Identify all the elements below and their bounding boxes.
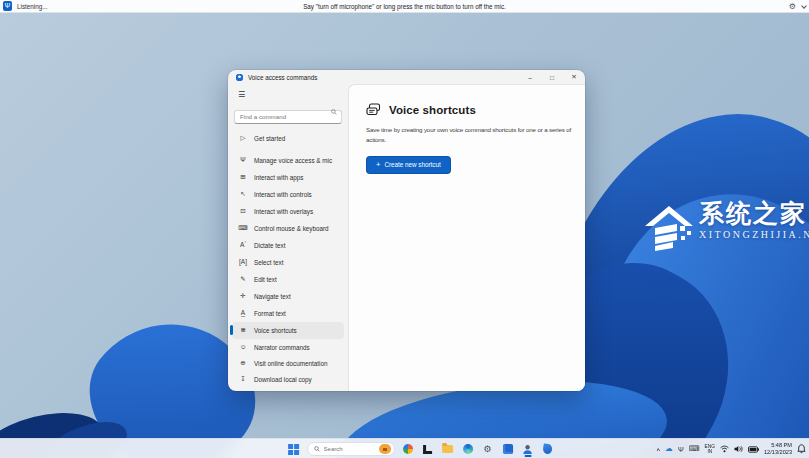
sidebar-item-label: Interact with controls — [254, 191, 312, 198]
clock[interactable]: 5:48 PM 12/13/2023 — [764, 442, 792, 456]
sidebar-item-label: Manage voice access & mic — [254, 157, 332, 164]
globe-icon: ⊕ — [238, 360, 248, 367]
xitongzhijia-logo-icon — [643, 200, 695, 252]
watermark: 系统之家 XITONGZHIJIA.NET — [643, 200, 809, 252]
page-description: Save time by creating your own voice com… — [366, 125, 578, 144]
blue-swoosh-app-icon — [542, 443, 552, 454]
button-label: Create new shortcut — [384, 161, 440, 168]
dark-l-app-icon — [423, 445, 432, 454]
window-titlebar[interactable]: Voice access commands – □ ✕ — [228, 70, 585, 84]
maximize-button[interactable]: □ — [541, 70, 563, 84]
voice-shortcuts-heading-icon — [366, 103, 381, 116]
plus-icon: + — [376, 161, 380, 169]
search-icon — [331, 109, 337, 115]
sidebar-item-interact-with-overlays[interactable]: ⊡ Interact with overlays — [232, 203, 344, 220]
sidebar-item-label: Get started — [254, 135, 285, 142]
voice-tip-text: Say "turn off microphone" or long press … — [0, 3, 809, 10]
tray-mic-icon[interactable]: Ψ — [678, 446, 684, 453]
apps-grid-icon: ⊞ — [238, 174, 248, 181]
sidebar-item-get-started[interactable]: ▷ Get started — [232, 130, 344, 147]
sidebar-item-narrator-commands[interactable]: ☺ Narrator commands — [232, 339, 344, 356]
create-new-shortcut-button[interactable]: + Create new shortcut — [366, 156, 451, 174]
voice-access-app-icon — [236, 74, 243, 81]
taskbar-settings[interactable]: ⚙ — [481, 441, 495, 457]
system-tray: ^ ☁ Ψ ⌨ ENG IN — [656, 439, 806, 458]
edit-pencil-icon: ✎ — [238, 276, 248, 283]
taskbar-blue-app[interactable] — [541, 441, 555, 457]
active-app-indicator — [524, 455, 531, 457]
sidebar-item-edit-text[interactable]: ✎ Edit text — [232, 271, 344, 288]
voice-settings-gear-icon[interactable]: ⚙ — [789, 2, 796, 11]
voice-access-commands-window: Voice access commands – □ ✕ ☰ — [228, 70, 585, 391]
format-text-icon: A̲ — [238, 310, 248, 317]
sidebar-item-manage-voice-access[interactable]: Ψ Manage voice access & mic — [232, 152, 344, 169]
sidebar-item-download-local-copy[interactable]: ↧ Download local copy — [232, 372, 344, 388]
hamburger-menu-icon[interactable]: ☰ — [238, 90, 250, 99]
gear-icon: ⚙ — [484, 445, 492, 454]
wifi-icon[interactable] — [720, 445, 729, 453]
sidebar-footer: ⊕ Visit online documentation ↧ Download … — [228, 356, 348, 388]
sidebar-item-label: Dictate text — [254, 242, 286, 249]
hidden-icons-chevron[interactable]: ^ — [656, 447, 660, 453]
cursor-icon: ↖ — [238, 191, 248, 198]
sidebar-item-format-text[interactable]: A̲ Format text — [232, 305, 344, 322]
search-input[interactable] — [234, 110, 342, 124]
date-text: 12/13/2023 — [764, 449, 792, 456]
taskbar-photos-app[interactable] — [401, 441, 415, 457]
sidebar-item-label: Control mouse & keyboard — [254, 225, 329, 232]
sidebar-item-label: Interact with apps — [254, 174, 303, 181]
sidebar-item-control-mouse-keyboard[interactable]: ⌨ Control mouse & keyboard — [232, 220, 344, 237]
voice-access-bar: Ψ Listening... Say "turn off microphone"… — [0, 0, 809, 13]
narrator-icon: ☺ — [238, 344, 248, 351]
sidebar-item-interact-with-apps[interactable]: ⊞ Interact with apps — [232, 169, 344, 186]
folder-icon — [442, 445, 453, 453]
start-button[interactable] — [287, 441, 301, 457]
overlay-icon: ⊡ — [238, 208, 248, 215]
chevron-down-icon[interactable] — [801, 3, 807, 9]
sidebar-item-label: Edit text — [254, 276, 277, 283]
windows-logo-icon — [288, 444, 299, 455]
minimize-button[interactable]: – — [519, 70, 541, 84]
desktop: 系统之家 XITONGZHIJIA.NET Ψ Listening... Say… — [0, 0, 809, 458]
download-icon: ↧ — [238, 376, 248, 383]
battery-icon[interactable] — [748, 446, 759, 453]
play-icon: ▷ — [238, 135, 248, 142]
keyboard-icon: ⌨ — [238, 225, 248, 232]
sidebar-item-dictate-text[interactable]: Aʼ Dictate text — [232, 237, 344, 254]
sidebar-item-label: Select text — [254, 259, 283, 266]
sidebar-item-visit-online-documentation[interactable]: ⊕ Visit online documentation — [232, 356, 344, 372]
taskbar-edge-browser[interactable] — [461, 441, 475, 457]
sidebar-item-select-text[interactable]: [A] Select text — [232, 254, 344, 271]
onedrive-cloud-icon[interactable]: ☁ — [665, 445, 673, 453]
speaker-icon[interactable] — [734, 445, 743, 453]
language-indicator[interactable]: ENG IN — [705, 444, 715, 455]
language-line2: IN — [707, 449, 712, 454]
edge-icon — [463, 444, 473, 454]
command-search[interactable] — [234, 105, 342, 124]
taskbar-search-box[interactable] — [307, 442, 395, 456]
voice-access-person-icon — [522, 444, 533, 455]
sidebar-item-label: Interact with overlays — [254, 208, 313, 215]
sidebar-item-label: Visit online documentation — [254, 360, 327, 367]
sidebar-item-navigate-text[interactable]: ✛ Navigate text — [232, 288, 344, 305]
mic-icon: Ψ — [238, 157, 248, 164]
sidebar-item-interact-with-controls[interactable]: ↖ Interact with controls — [232, 186, 344, 203]
touch-keyboard-icon[interactable]: ⌨ — [689, 445, 700, 453]
commands-sidebar: ☰ ▷ Get started Ψ Manage voice — [228, 84, 348, 391]
command-nav-list: ▷ Get started Ψ Manage voice access & mi… — [228, 130, 348, 356]
time-text: 5:48 PM — [771, 442, 792, 449]
window-title: Voice access commands — [248, 74, 317, 81]
close-button[interactable]: ✕ — [563, 70, 585, 84]
notification-bell-icon[interactable] — [797, 444, 806, 454]
search-icon — [314, 446, 320, 452]
taskbar-voice-access[interactable] — [521, 441, 535, 457]
selected-indicator — [230, 325, 233, 335]
navigate-icon: ✛ — [238, 293, 248, 300]
taskbar-file-explorer[interactable] — [441, 441, 455, 457]
sidebar-item-voice-shortcuts[interactable]: ≣ Voice shortcuts — [232, 322, 344, 339]
taskbar-store-app[interactable] — [501, 441, 515, 457]
search-highlight-icon — [379, 444, 391, 454]
taskbar-search-input[interactable] — [324, 446, 379, 452]
taskbar-dark-app[interactable] — [421, 441, 435, 457]
voice-shortcuts-panel: Voice shortcuts Save time by creating yo… — [348, 84, 585, 391]
